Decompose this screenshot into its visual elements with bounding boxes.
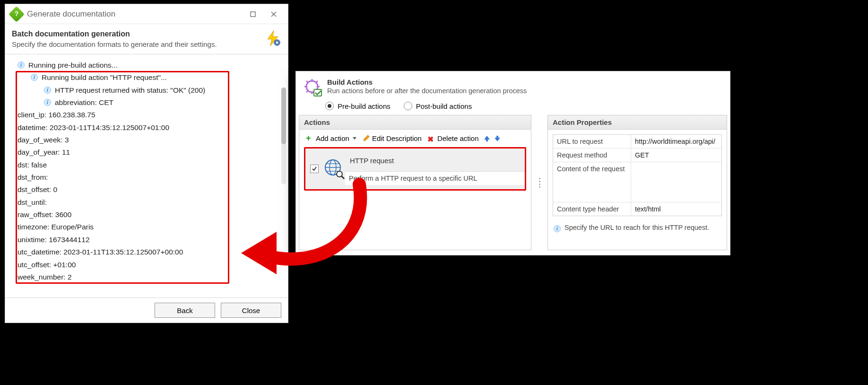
radio-label: Pre-build actions [338,102,391,110]
build-actions-panel: Build Actions Run actions before or afte… [295,71,730,255]
action-item-http-request[interactable]: HTTP request Perform a HTTP request to a… [304,147,526,191]
actions-header: Actions [299,115,531,130]
window-close-button[interactable] [263,7,284,21]
prop-name: Content of the request [553,162,631,202]
pencil-icon [362,135,370,142]
prop-value[interactable] [631,162,721,202]
window-maximize-button[interactable] [243,7,263,21]
info-icon: i [17,61,25,69]
svg-line-9 [306,81,308,83]
back-button[interactable]: Back [155,303,215,318]
log-line: dst_from: [17,171,278,184]
pre-build-radio[interactable]: Pre-build actions [325,102,391,110]
log-line: week_number: 2 [17,271,278,283]
action-title: HTTP request [350,157,520,165]
info-icon: i [31,74,38,81]
btn-label: Add action [316,134,349,142]
app-diamond-icon: ? [11,9,22,20]
prop-row-content[interactable]: Content of the request [553,162,721,202]
prop-row-ctype[interactable]: Content type header text/html [553,202,721,216]
close-button[interactable]: Close [221,303,281,318]
btn-label: Delete action [437,134,479,142]
dialog-footer: Back Close [5,298,288,323]
radio-icon [325,102,334,110]
properties-header: Action Properties [548,115,727,130]
log-line: Running build action "HTTP request"... [42,71,167,84]
prop-value[interactable]: http://worldtimeapi.org/api/ [631,135,721,148]
scrollbar[interactable] [281,88,286,184]
btn-label: Edit Description [372,134,422,142]
prop-row-url[interactable]: URL to request http://worldtimeapi.org/a… [553,135,721,149]
action-checkbox[interactable] [310,165,319,173]
chevron-down-icon [353,137,356,140]
log-line: abbreviation: CET [55,96,113,109]
move-up-button[interactable] [483,134,491,143]
properties-table: URL to request http://worldtimeapi.org/a… [553,134,722,216]
log-line: dst: false [17,159,278,171]
edit-description-button[interactable]: Edit Description [360,133,424,143]
build-actions-title: Build Actions [327,78,527,86]
log-line: Running pre-build actions... [28,59,118,71]
properties-column: Action Properties URL to request http://… [547,115,727,250]
prop-value[interactable]: GET [631,149,721,162]
gear-check-icon [304,78,322,97]
actions-column: Actions + Add action Edit Description [299,115,531,250]
property-help: i Specify the URL to reach for this HTTP… [548,221,727,236]
svg-point-3 [276,42,278,44]
log-line: day_of_year: 11 [17,146,278,158]
help-text: Specify the URL to reach for this HTTP r… [564,224,709,231]
svg-line-20 [341,176,344,179]
svg-line-11 [316,81,318,83]
log-line: day_of_week: 3 [17,134,278,146]
log-line: timezone: Europe/Paris [17,221,278,233]
banner-sub: Specify the documentation formats to gen… [12,40,259,48]
info-icon: i [554,225,561,232]
radio-label: Post-build actions [416,102,472,110]
log-line: HTTP request returned with status: "OK" … [55,84,205,96]
log-output: i Running pre-build actions... i Running… [5,54,288,298]
generate-documentation-dialog: ? Generate documentation Batch documenta… [5,4,288,323]
radio-icon [404,102,412,110]
log-line: dst_until: [17,196,278,209]
banner-heading: Batch documentation generation [12,30,259,38]
action-desc: Perform a HTTP request to a specific URL [345,171,525,185]
dialog-title: Generate documentation [27,9,243,19]
lightning-gear-icon [264,30,281,47]
log-line: raw_offset: 3600 [17,209,278,221]
info-icon: i [44,99,51,106]
svg-rect-0 [251,12,255,17]
log-line: dst_offset: 0 [17,184,278,196]
svg-line-12 [306,90,308,92]
log-line: utc_datetime: 2023-01-11T13:35:12.125007… [17,246,278,258]
log-line: datetime: 2023-01-11T14:35:12.125007+01:… [17,122,278,134]
build-actions-sub: Run actions before or after the document… [327,87,527,95]
log-line: utc_offset: +01:00 [17,259,278,271]
plus-icon: + [306,135,313,142]
delete-icon: ✖ [427,135,435,142]
actions-toolbar: + Add action Edit Description ✖ Delete a… [299,130,531,147]
globe-search-icon [323,158,345,180]
info-icon: i [44,87,51,94]
move-down-button[interactable] [493,134,502,143]
panel-splitter[interactable] [536,115,543,250]
svg-rect-13 [314,89,321,96]
prop-name: Content type header [553,202,631,216]
dialog-titlebar[interactable]: ? Generate documentation [5,4,288,24]
log-line: unixtime: 1673444112 [17,234,278,246]
add-action-button[interactable]: + Add action [304,133,358,143]
prop-row-method[interactable]: Request method GET [553,149,721,162]
scrollbar-thumb[interactable] [281,88,286,144]
prop-value[interactable]: text/html [631,202,721,216]
delete-action-button[interactable]: ✖ Delete action [425,133,481,143]
log-line: client_ip: 160.238.38.75 [17,109,278,121]
prop-name: URL to request [553,135,631,148]
dialog-banner: Batch documentation generation Specify t… [5,24,288,54]
prop-name: Request method [553,149,631,162]
post-build-radio[interactable]: Post-build actions [404,102,472,110]
